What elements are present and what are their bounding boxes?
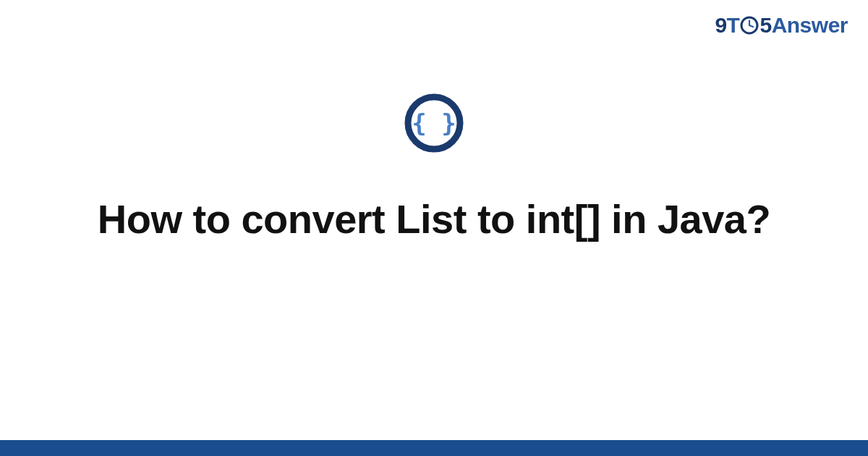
header: 9 T 5 Answer xyxy=(715,13,848,38)
code-braces-icon: { } xyxy=(404,93,464,153)
site-logo: 9 T 5 Answer xyxy=(715,13,848,38)
svg-line-2 xyxy=(749,25,753,27)
clock-o-icon xyxy=(740,16,759,35)
footer-accent-bar xyxy=(0,440,868,456)
page-card: 9 T 5 Answer { } How to convert List to … xyxy=(0,0,868,456)
main-content: { } How to convert List to int[] in Java… xyxy=(0,0,868,456)
question-title: How to convert List to int[] in Java? xyxy=(98,194,770,245)
logo-text-5: 5 xyxy=(760,13,771,38)
logo-text-t: T xyxy=(727,13,740,38)
svg-text:{ }: { } xyxy=(412,109,456,138)
logo-text-answer: Answer xyxy=(772,13,848,38)
logo-text-9: 9 xyxy=(715,13,726,38)
